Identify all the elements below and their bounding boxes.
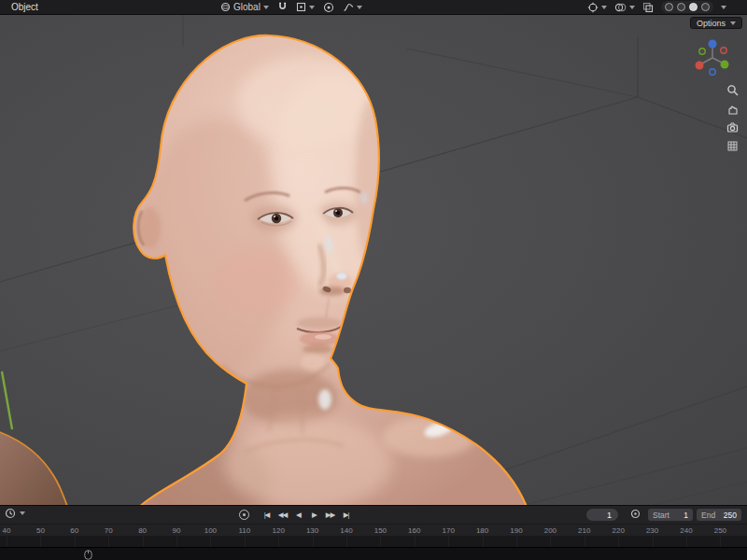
ruler-tick: 130	[306, 526, 318, 535]
material-preview-shading-button[interactable]	[689, 3, 698, 11]
object-menu[interactable]: Object	[7, 0, 42, 14]
ruler-tick: 70	[105, 526, 113, 535]
viewport-side-tools	[726, 83, 740, 153]
shading-dropdown-caret[interactable]	[721, 6, 726, 9]
chevron-down-icon	[309, 6, 315, 9]
gizmo-y-axis[interactable]	[721, 61, 729, 69]
ruler-tick: 150	[374, 526, 387, 535]
pan-hand-icon[interactable]	[726, 102, 740, 116]
overlays-toggle-icon	[614, 2, 627, 13]
timeline-editor-selector[interactable]	[5, 508, 25, 519]
navigation-gizmo[interactable]	[691, 35, 734, 78]
human-head-model[interactable]	[0, 15, 747, 505]
solid-shading-button[interactable]	[677, 3, 685, 11]
gizmo-minus-x[interactable]	[721, 48, 726, 53]
ruler-tick: 230	[646, 526, 658, 535]
ruler-tick: 80	[138, 526, 147, 535]
ruler-tick: 250	[714, 526, 726, 535]
ruler-tick: 160	[408, 526, 420, 535]
gizmos-dropdown[interactable]	[587, 2, 607, 13]
viewport-3d[interactable]: Options	[0, 15, 747, 505]
gizmo-x-axis[interactable]	[696, 62, 704, 70]
ruler-tick: 210	[578, 526, 590, 535]
frame-start-field[interactable]: Start 1	[648, 509, 693, 521]
toggle-grid-icon[interactable]	[726, 139, 740, 153]
jump-to-end-button[interactable]: ▶|	[339, 509, 353, 522]
start-value: 1	[684, 511, 688, 520]
xray-toggle[interactable]	[642, 2, 654, 13]
snap-target-dropdown[interactable]	[296, 2, 315, 12]
previous-keyframe-button[interactable]: ◀◀	[275, 509, 289, 522]
timeline-controls-row: |◀◀◀◀▶▶▶▶| 1 Start 1 End 250	[0, 506, 747, 524]
ruler-tick: 190	[510, 526, 522, 535]
chevron-down-icon	[20, 511, 25, 515]
status-bar	[0, 547, 747, 560]
next-keyframe-button[interactable]: ▶▶	[323, 509, 337, 522]
mouse-hint-icon	[84, 550, 92, 560]
orientation-label: Global	[233, 2, 261, 12]
playback-controls: |◀◀◀◀▶▶▶▶|	[239, 508, 353, 522]
timeline-editor[interactable]: |◀◀◀◀▶▶▶▶| 1 Start 1 End 250 40506070809…	[0, 505, 747, 547]
chevron-down-icon	[629, 6, 635, 9]
timeline-ruler[interactable]: 4050607080901001101201301401501601701801…	[0, 524, 747, 536]
ruler-tick: 100	[204, 526, 217, 535]
falloff-dropdown[interactable]	[343, 2, 362, 13]
ruler-tick: 120	[273, 526, 285, 535]
keying-icon	[630, 509, 641, 519]
camera-view-icon[interactable]	[726, 120, 740, 134]
ruler-tick: 200	[544, 526, 557, 535]
ruler-tick: 110	[238, 526, 250, 535]
ruler-tick: 180	[476, 526, 488, 535]
auto-keying-record-button[interactable]	[239, 510, 249, 520]
falloff-curve-icon	[343, 2, 354, 13]
keying-dropdown[interactable]	[630, 509, 641, 519]
zoom-icon[interactable]	[726, 83, 740, 97]
shading-mode-group	[661, 1, 713, 13]
play-button[interactable]: ▶	[307, 509, 321, 522]
play-reverse-button[interactable]: ◀	[291, 509, 305, 522]
ruler-tick: 60	[70, 526, 78, 535]
chevron-down-icon	[601, 6, 607, 9]
transform-orientation-dropdown[interactable]: Global	[220, 2, 269, 12]
viewport-header: Object Global	[0, 0, 747, 15]
rendered-shading-button[interactable]	[701, 3, 710, 11]
gizmo-z-axis[interactable]	[709, 40, 717, 49]
gizmo-minus-y[interactable]	[699, 49, 705, 54]
ruler-tick: 240	[680, 526, 692, 535]
transport-controls: |◀◀◀◀▶▶▶▶|	[260, 509, 353, 522]
gizmo-toggle-icon	[587, 2, 599, 13]
snapping-toggle[interactable]	[277, 2, 288, 12]
jump-to-start-button[interactable]: |◀	[260, 509, 274, 522]
snap-target-icon	[296, 2, 306, 12]
proportional-editing-icon	[323, 2, 334, 13]
header-center-controls: Global	[220, 0, 362, 14]
orientation-globe-icon	[220, 2, 231, 12]
options-label: Options	[697, 19, 726, 28]
ruler-tick: 50	[36, 526, 45, 535]
ruler-tick: 140	[340, 526, 352, 535]
ruler-tick: 90	[173, 526, 181, 535]
magnet-snap-icon	[277, 2, 288, 12]
end-value: 250	[724, 511, 737, 520]
model-arm[interactable]	[0, 431, 69, 505]
chevron-down-icon	[730, 21, 736, 25]
chevron-down-icon	[357, 6, 362, 9]
wireframe-shading-button[interactable]	[665, 3, 673, 11]
proportional-editing-toggle[interactable]	[323, 2, 334, 13]
frame-end-field[interactable]: End 250	[697, 509, 741, 521]
clock-icon	[5, 508, 16, 519]
overlays-dropdown[interactable]	[614, 2, 635, 13]
gizmo-minus-z[interactable]	[710, 69, 715, 75]
ruler-tick: 220	[613, 526, 625, 535]
end-label: End	[701, 511, 715, 520]
xray-toggle-icon	[642, 2, 654, 13]
current-frame-field[interactable]: 1	[586, 509, 618, 521]
header-right-controls	[587, 0, 726, 14]
options-dropdown[interactable]: Options	[690, 17, 742, 29]
chevron-down-icon	[263, 6, 269, 9]
start-label: Start	[653, 511, 669, 520]
ruler-tick: 170	[443, 526, 455, 535]
ruler-tick: 40	[3, 526, 11, 535]
